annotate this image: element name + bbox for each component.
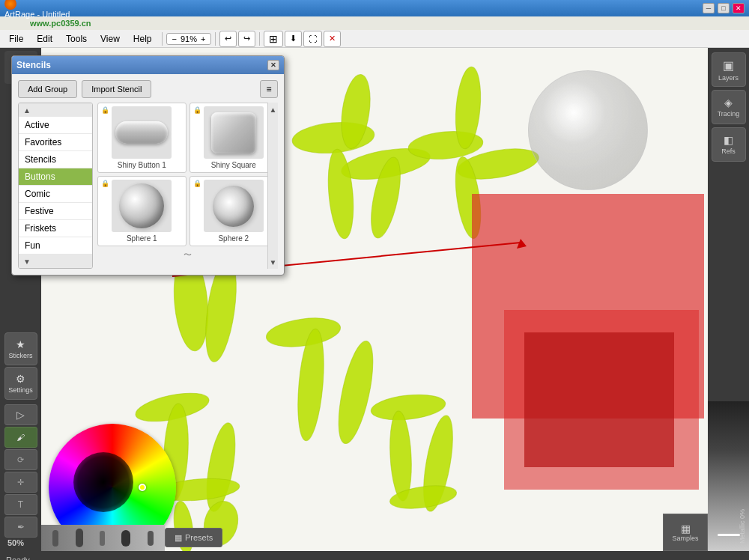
stencil-category-friskets[interactable]: Friskets <box>19 220 92 237</box>
stencil-label-2: Shiny Square <box>211 161 256 169</box>
close-button[interactable]: ✕ <box>733 3 745 13</box>
stencil-category-favorites[interactable]: Favorites <box>19 134 92 151</box>
fullscreen-button[interactable]: ⛶ <box>303 31 322 47</box>
stencil-category-stencils[interactable]: Stencils <box>19 151 92 168</box>
svg-point-13 <box>339 143 432 185</box>
color-picker-dot <box>139 484 146 491</box>
stencil-item-shiny-square[interactable]: 🔒 Shiny Square <box>189 103 279 173</box>
red-inner-shape <box>524 332 674 467</box>
stencils-menu-button[interactable]: ≡ <box>260 80 278 98</box>
stencil-lock-icon-2: 🔒 <box>193 106 201 114</box>
menu-edit[interactable]: Edit <box>31 32 58 46</box>
svg-point-12 <box>337 73 374 150</box>
sidebar-up-arrow[interactable]: ▲ <box>22 105 32 115</box>
settings-button[interactable]: ⚙ Settings <box>4 367 37 400</box>
presets-icon: ▦ <box>175 533 182 543</box>
brush-2[interactable] <box>76 529 83 547</box>
brush-4[interactable] <box>121 530 130 547</box>
add-group-button[interactable]: Add Group <box>18 80 77 98</box>
refs-label: Refs <box>721 147 736 155</box>
menu-separator <box>162 32 163 46</box>
settings-icon: ⚙ <box>16 373 25 385</box>
window-title: ArtRage - Untitled <box>4 10 70 19</box>
close-doc-button[interactable]: ✕ <box>324 31 341 47</box>
menu-help[interactable]: Help <box>127 32 158 46</box>
stencil-label-3: Sphere 1 <box>127 234 157 243</box>
tool-strip-item-1[interactable]: ▷ <box>4 404 37 425</box>
stencil-lock-icon-3: 🔒 <box>101 180 109 187</box>
stencils-close-button[interactable]: ✕ <box>267 60 279 70</box>
stencil-item-sphere-1[interactable]: 🔒 Sphere 1 <box>97 176 187 246</box>
stencils-grid: 🔒 Shiny Button 1 🔒 Shin <box>97 103 278 246</box>
stencils-main: ▲ Active Favorites Stencils Buttons Comi… <box>18 103 278 269</box>
samples-button[interactable]: ▦ Samples <box>663 514 708 551</box>
stencil-thumb-shiny-button <box>112 106 172 159</box>
stencil-thumb-sphere-1 <box>112 180 172 232</box>
maximize-button[interactable]: □ <box>718 3 730 13</box>
grid-up-arrow[interactable]: ▲ <box>268 104 279 115</box>
zoom-plus[interactable]: + <box>198 34 207 43</box>
undo-button[interactable]: ↩ <box>219 31 237 47</box>
svg-point-17 <box>294 328 328 442</box>
svg-point-22 <box>388 482 458 512</box>
layers-button[interactable]: ▣ Layers <box>712 52 746 87</box>
main-area: ◎ ★ Stickers ⚙ Settings <box>0 48 749 551</box>
svg-point-20 <box>388 410 413 501</box>
stencil-category-festive[interactable]: Festive <box>19 203 92 220</box>
layers-icon: ▣ <box>723 58 734 73</box>
brush-strip <box>41 525 165 551</box>
grid-scroll-arrows: ▲ ▼ <box>267 103 278 269</box>
minimize-button[interactable]: ─ <box>703 3 715 13</box>
stencil-category-fun[interactable]: Fun <box>19 237 92 255</box>
stencils-top-buttons: Add Group Import Stencil ≡ <box>18 80 278 98</box>
redo-button[interactable]: ↪ <box>238 31 255 47</box>
svg-point-14 <box>325 148 357 240</box>
stencils-sidebar: ▲ Active Favorites Stencils Buttons Comi… <box>18 103 93 269</box>
canvas-sphere-stencil <box>528 70 648 190</box>
menu-file[interactable]: File <box>3 32 29 46</box>
wifi-icon: 〜 <box>184 249 192 261</box>
tool-strip-item-3[interactable]: ⟳ <box>4 449 37 470</box>
svg-point-18 <box>332 338 380 446</box>
tool-strip-item-2[interactable]: 🖌 <box>4 427 37 448</box>
import-stencil-button[interactable]: Import Stencil <box>82 80 151 98</box>
status-text: Ready <box>6 556 30 560</box>
export-button[interactable]: ⬇ <box>285 31 302 47</box>
stencils-title: Stencils <box>16 60 51 70</box>
brush-3[interactable] <box>100 531 105 546</box>
brush-1[interactable] <box>52 530 58 547</box>
stencil-thumb-sphere-2 <box>204 180 264 232</box>
stencil-category-comic[interactable]: Comic <box>19 186 92 203</box>
grid-button[interactable]: ⊞ <box>264 31 283 47</box>
svg-point-21 <box>418 413 458 514</box>
brush-5[interactable] <box>148 531 154 546</box>
bottom-bar: Ready <box>0 551 749 560</box>
tracing-button[interactable]: ◈ Tracing <box>712 90 746 124</box>
stickers-button[interactable]: ★ Stickers <box>4 332 37 365</box>
zoom-minus[interactable]: − <box>170 34 179 43</box>
grid-down-arrow[interactable]: ▼ <box>268 257 279 267</box>
sidebar-down-arrow[interactable]: ▼ <box>22 256 32 267</box>
refs-button[interactable]: ◧ Refs <box>712 127 746 162</box>
svg-point-15 <box>366 155 406 240</box>
app-logo-icon <box>4 0 16 10</box>
menu-view[interactable]: View <box>94 32 126 46</box>
refs-icon: ◧ <box>724 134 733 146</box>
zoom-value: 91% <box>181 34 197 43</box>
stencil-category-active[interactable]: Active <box>19 117 92 134</box>
stencil-category-buttons[interactable]: Buttons <box>19 168 92 186</box>
stencil-item-sphere-2[interactable]: 🔒 Sphere 2 <box>189 176 279 246</box>
tool-strip-item-4[interactable]: ✛ <box>4 472 37 493</box>
stencil-item-shiny-button-1[interactable]: 🔒 Shiny Button 1 <box>97 103 187 173</box>
presets-button[interactable]: ▦ Presets <box>165 528 222 547</box>
titlebar: ArtRage - Untitled ─ □ ✕ <box>0 0 749 16</box>
svg-point-23 <box>407 129 485 162</box>
stencils-grid-wrap: 🔒 Shiny Button 1 🔒 Shin <box>93 103 278 269</box>
tool-strip-item-6[interactable]: ✒ <box>4 517 37 538</box>
menu-tools[interactable]: Tools <box>60 32 93 46</box>
watermark-text: www.pc0359.cn <box>30 19 91 28</box>
menubar: File Edit Tools View Help − 91% + ↩ ↪ ⊞ … <box>0 30 749 48</box>
tool-strip-item-5[interactable]: T <box>4 494 37 515</box>
samples-icon: ▦ <box>681 523 691 535</box>
sphere-shape-1 <box>119 183 164 228</box>
